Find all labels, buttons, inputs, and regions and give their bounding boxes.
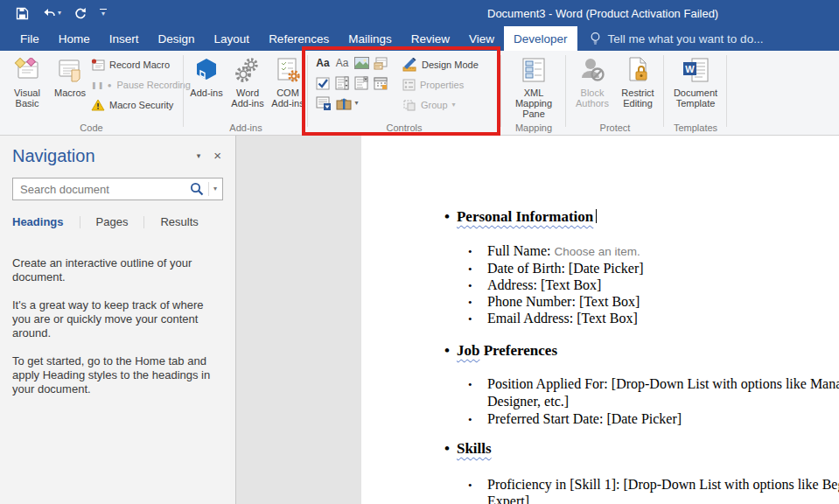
customize-quick-access-button[interactable]: ▾ (100, 9, 107, 18)
nav-paragraph: To get started, go to the Home tab and a… (12, 354, 221, 396)
plain-text-icon: Aa (336, 57, 349, 69)
restrict-editing-label: Restrict Editing (616, 88, 660, 108)
navigation-help-text: Create an interactive outline of your do… (12, 256, 221, 396)
save-icon (16, 7, 29, 20)
bullet-icon: • (468, 413, 487, 427)
document-template-button[interactable]: W Document Template (667, 52, 724, 108)
tab-insert[interactable]: Insert (100, 26, 149, 51)
search-icon[interactable] (190, 182, 204, 196)
svg-text:W: W (685, 64, 695, 74)
building-block-gallery-button[interactable] (373, 55, 388, 71)
tab-design[interactable]: Design (149, 26, 205, 51)
heading-personal-information: •Personal Information (444, 208, 597, 226)
ribbon-separator (726, 55, 727, 127)
group-label-mapping: Mapping (502, 122, 565, 133)
document-area: •Personal Information •Full Name: Choose… (236, 136, 839, 504)
visual-basic-button[interactable]: Visual Basic (5, 52, 49, 108)
com-add-ins-button[interactable]: COM Add-ins (269, 52, 307, 108)
tab-references[interactable]: References (259, 26, 339, 51)
com-add-ins-label: COM Add-ins (269, 88, 307, 108)
navigation-pane-title: Navigation (12, 146, 197, 166)
group-label-code: Code (0, 122, 183, 133)
xml-mapping-pane-label: XML Mapping Pane (505, 88, 563, 119)
nav-paragraph: It's a great way to keep track of where … (12, 298, 221, 340)
document-template-icon: W (682, 55, 710, 85)
lightbulb-icon (590, 32, 601, 46)
save-button[interactable] (16, 7, 29, 20)
picture-icon (354, 57, 369, 69)
plain-text-content-control-button[interactable]: Aa (334, 55, 350, 71)
macros-icon (58, 55, 82, 85)
redo-icon (74, 7, 87, 19)
nav-tab-pages[interactable]: Pages (96, 215, 129, 234)
warning-triangle-icon (91, 99, 105, 111)
navigation-pane-menu-icon[interactable]: ▾ (197, 151, 201, 160)
list-item: •Phone Number: [Text Box] (468, 294, 640, 310)
nav-paragraph: Create an interactive outline of your do… (12, 256, 221, 284)
tab-mailings[interactable]: Mailings (339, 26, 402, 51)
restrict-editing-button[interactable]: Restrict Editing (616, 52, 660, 108)
list-item-continuation: Expert] (487, 494, 529, 504)
macros-button[interactable]: Add-ins Macros (51, 52, 89, 98)
picture-content-control-button[interactable] (353, 55, 369, 71)
properties-button: Properties (402, 76, 464, 94)
tab-view[interactable]: View (459, 26, 504, 51)
list-item: •Email Address: [Text Box] (468, 311, 638, 326)
content-control-placeholder[interactable]: Choose an item. (554, 245, 640, 258)
group-label-addins: Add-ins (185, 122, 307, 133)
search-options-dropdown-icon[interactable]: ▾ (213, 186, 217, 192)
xml-mapping-icon (521, 55, 547, 85)
ribbon-group-code: Visual Basic Add-ins Macros Record Macro… (0, 51, 183, 135)
tab-file[interactable]: File (10, 26, 49, 51)
gears-icon (234, 55, 261, 85)
navigation-pane-close-icon[interactable]: × (213, 151, 221, 160)
nav-tab-results[interactable]: Results (160, 215, 198, 234)
navigation-tabs: Headings Pages Results (12, 215, 235, 234)
search-input[interactable] (20, 183, 190, 196)
bullet-icon: • (468, 245, 487, 259)
date-picker-icon (374, 77, 388, 90)
ribbon-separator (663, 55, 664, 127)
ribbon: Visual Basic Add-ins Macros Record Macro… (0, 51, 839, 136)
tab-home[interactable]: Home (49, 26, 100, 51)
text-cursor (596, 209, 597, 223)
repeating-section-icon (316, 96, 331, 110)
undo-dropdown-icon[interactable]: ▾ (58, 10, 61, 17)
combo-box-icon (335, 76, 349, 90)
tab-layout[interactable]: Layout (205, 26, 260, 51)
list-item-continuation: Designer, etc.] (487, 394, 569, 410)
xml-mapping-pane-button[interactable]: XML Mapping Pane (505, 52, 563, 119)
combo-box-content-control-button[interactable] (334, 75, 350, 91)
list-item: •Position Applied For: [Drop-Down List w… (468, 376, 839, 392)
ribbon-separator (565, 55, 566, 127)
design-mode-icon (402, 58, 417, 72)
design-mode-button[interactable]: Design Mode (402, 56, 479, 74)
macros-label-text: Macros (54, 88, 86, 98)
redo-button[interactable] (74, 7, 87, 19)
record-macro-button[interactable]: Record Macro (91, 56, 170, 74)
check-box-content-control-button[interactable] (315, 75, 331, 91)
rich-text-icon: Aa (316, 57, 329, 69)
legacy-tools-button[interactable]: ▾ (334, 95, 360, 111)
add-ins-button[interactable]: Add-ins (188, 52, 225, 98)
tab-review[interactable]: Review (402, 26, 459, 51)
drop-down-list-content-control-button[interactable] (353, 75, 369, 91)
list-item: •Preferred Start Date: [Date Picker] (468, 411, 682, 427)
rich-text-content-control-button[interactable]: Aa (315, 55, 331, 71)
group-label-protect: Protect (567, 122, 663, 133)
tab-developer[interactable]: Developer (504, 26, 577, 51)
legacy-tools-dropdown-icon[interactable]: ▾ (354, 100, 358, 107)
word-add-ins-button[interactable]: Word Add-ins (228, 52, 267, 108)
repeating-section-content-control-button[interactable] (315, 95, 331, 111)
document-page: •Personal Information •Full Name: Choose… (361, 136, 839, 504)
tell-me-box[interactable]: Tell me what you want to do... (590, 26, 764, 51)
word-add-ins-label: Word Add-ins (228, 88, 267, 108)
nav-tab-headings[interactable]: Headings (12, 215, 64, 234)
date-picker-content-control-button[interactable] (373, 75, 388, 91)
search-box[interactable]: ▾ (12, 178, 223, 200)
block-authors-label: Block Authors (570, 88, 614, 108)
list-item: •Full Name: Choose an item. (468, 243, 640, 259)
record-macro-label: Record Macro (109, 60, 170, 70)
macro-security-button[interactable]: Macro Security (91, 96, 173, 114)
undo-button[interactable]: ▾ (42, 8, 61, 19)
